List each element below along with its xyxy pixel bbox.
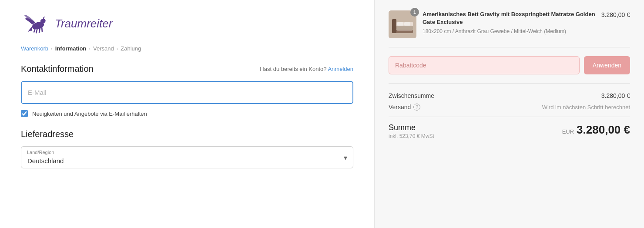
country-select[interactable]: Deutschland Österreich Schweiz — [21, 146, 353, 168]
contact-section-header: Kontaktinformation Hast du bereits ein K… — [21, 64, 353, 74]
total-label-area: Summe inkl. 523,70 € MwSt — [389, 123, 434, 139]
breadcrumb-warenkorb[interactable]: Warenkorb — [21, 45, 48, 52]
product-quantity-badge: 1 — [410, 8, 419, 17]
breadcrumb-zahlung: Zahlung — [121, 45, 141, 52]
svg-rect-10 — [397, 22, 403, 26]
subtotal-label: Zwischensumme — [389, 92, 434, 99]
shipping-label: Versand — [389, 104, 411, 111]
breadcrumb: Warenkorb › Information › Versand › Zahl… — [21, 45, 353, 52]
breadcrumb-chevron-2: › — [89, 46, 91, 51]
svg-rect-8 — [392, 19, 396, 33]
delivery-title: Lieferadresse — [21, 129, 353, 139]
country-label: Land/Region — [27, 150, 54, 155]
country-select-wrapper: Land/Region Deutschland Österreich Schwe… — [21, 146, 353, 168]
right-panel: 1 Amerikanisches Bett Gravity mit Boxspr… — [374, 0, 644, 228]
newsletter-checkbox[interactable] — [21, 110, 28, 117]
summary-divider — [389, 117, 630, 117]
product-item: 1 Amerikanisches Bett Gravity mit Boxspr… — [389, 10, 630, 47]
shipping-info-icon[interactable]: ? — [413, 104, 420, 111]
svg-rect-12 — [396, 26, 413, 30]
total-label: Summe — [389, 123, 434, 132]
product-name: Amerikanisches Bett Gravity mit Boxsprin… — [423, 10, 595, 26]
discount-row: Anwenden — [389, 56, 630, 84]
breadcrumb-chevron-1: › — [51, 46, 53, 51]
login-prompt: Hast du bereits ein Konto? Anmelden — [260, 66, 353, 72]
email-input[interactable] — [21, 81, 353, 104]
total-amount: 3.280,00 € — [577, 123, 630, 137]
newsletter-label: Neuigkeiten und Angebote via E-Mail erha… — [32, 111, 147, 117]
breadcrumb-versand: Versand — [93, 45, 114, 52]
logo-area: Traumreiter — [21, 10, 353, 37]
svg-rect-11 — [404, 22, 410, 26]
breadcrumb-information: Information — [55, 45, 87, 52]
shipping-value: Wird im nächsten Schritt berechnet — [542, 104, 630, 111]
total-row: Summe inkl. 523,70 € MwSt EUR 3.280,00 € — [389, 123, 630, 139]
subtotal-value: 3.280,00 € — [601, 92, 630, 99]
total-sub: inkl. 523,70 € MwSt — [389, 133, 434, 139]
product-image-wrapper: 1 — [389, 10, 416, 38]
discount-apply-button[interactable]: Anwenden — [584, 56, 630, 74]
summary-section: Zwischensumme 3.280,00 € Versand ? Wird … — [389, 92, 630, 111]
email-input-wrapper — [21, 81, 353, 104]
login-prompt-text: Hast du bereits ein Konto? — [260, 66, 326, 72]
product-info: Amerikanisches Bett Gravity mit Boxsprin… — [423, 10, 595, 35]
shipping-label-group: Versand ? — [389, 104, 420, 111]
contact-title: Kontaktinformation — [21, 64, 94, 74]
subtotal-row: Zwischensumme 3.280,00 € — [389, 92, 630, 99]
breadcrumb-chevron-3: › — [117, 46, 118, 51]
product-price: 3.280,00 € — [601, 10, 630, 18]
total-currency: EUR — [562, 128, 574, 135]
newsletter-row: Neuigkeiten und Angebote via E-Mail erha… — [21, 110, 353, 117]
svg-line-5 — [42, 27, 42, 32]
svg-line-4 — [39, 28, 40, 33]
logo-text: Traumreiter — [55, 17, 112, 30]
login-link[interactable]: Anmelden — [328, 66, 353, 72]
left-panel: Traumreiter Warenkorb › Information › Ve… — [0, 0, 374, 228]
logo-icon — [21, 10, 51, 37]
total-price-area: EUR 3.280,00 € — [562, 123, 630, 137]
shipping-row: Versand ? Wird im nächsten Schritt berec… — [389, 104, 630, 111]
svg-line-3 — [36, 29, 37, 34]
product-variant: 180x200 cm / Anthrazit Grau Gewebe / Mit… — [423, 28, 595, 35]
discount-input[interactable] — [389, 56, 580, 74]
